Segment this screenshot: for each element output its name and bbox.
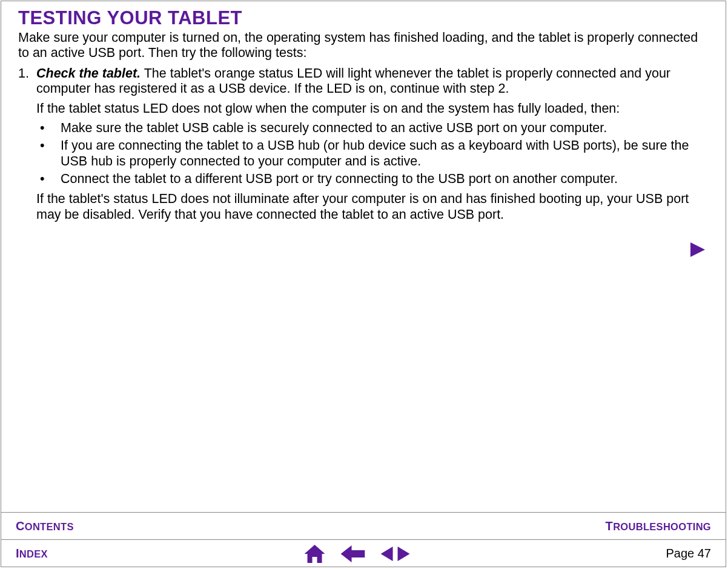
bullet-marker: •	[36, 171, 61, 187]
svg-marker-2	[341, 545, 365, 562]
bullet-text: Make sure the tablet USB cable is secure…	[61, 121, 709, 136]
svg-marker-4	[398, 547, 410, 561]
page-title: TESTING YOUR TABLET	[18, 7, 709, 29]
document-page: TESTING YOUR TABLET Make sure your compu…	[1, 1, 726, 567]
step-1: 1. Check the tablet. The tablet's orange…	[18, 66, 709, 222]
page-content: TESTING YOUR TABLET Make sure your compu…	[1, 1, 726, 222]
contents-link[interactable]: CONTENTS	[16, 519, 74, 533]
step-body: Check the tablet. The tablet's orange st…	[36, 66, 709, 222]
footer-row-top: CONTENTS TROUBLESHOOTING	[1, 513, 726, 539]
nav-icon-bar	[305, 545, 410, 563]
step-para-2: If the tablet status LED does not glow w…	[36, 101, 709, 116]
step-lead-line: Check the tablet. The tablet's orange st…	[36, 66, 709, 97]
bullet-list: • Make sure the tablet USB cable is secu…	[36, 121, 709, 187]
page-footer: CONTENTS TROUBLESHOOTING INDEX Page 47	[1, 512, 726, 567]
continue-next-icon[interactable]	[689, 241, 706, 258]
step-lead: Check the tablet.	[36, 66, 141, 81]
svg-marker-3	[381, 547, 393, 561]
prev-next-icon[interactable]	[381, 546, 410, 562]
step-para-3: If the tablet's status LED does not illu…	[36, 191, 709, 222]
home-icon[interactable]	[305, 545, 325, 563]
bullet-item: • Make sure the tablet USB cable is secu…	[36, 121, 709, 136]
svg-marker-1	[305, 545, 325, 563]
bullet-text: If you are connecting the tablet to a US…	[61, 138, 709, 169]
bullet-marker: •	[36, 138, 61, 169]
bullet-item: • Connect the tablet to a different USB …	[36, 171, 709, 187]
back-arrow-icon[interactable]	[341, 545, 365, 562]
step-number: 1.	[18, 66, 36, 222]
bullet-text: Connect the tablet to a different USB po…	[61, 171, 709, 187]
intro-paragraph: Make sure your computer is turned on, th…	[18, 30, 709, 61]
svg-marker-0	[690, 242, 705, 257]
page-number: Page 47	[666, 547, 711, 561]
bullet-item: • If you are connecting the tablet to a …	[36, 138, 709, 169]
index-link[interactable]: INDEX	[16, 547, 48, 561]
troubleshooting-link[interactable]: TROUBLESHOOTING	[606, 519, 711, 533]
bullet-marker: •	[36, 121, 61, 136]
